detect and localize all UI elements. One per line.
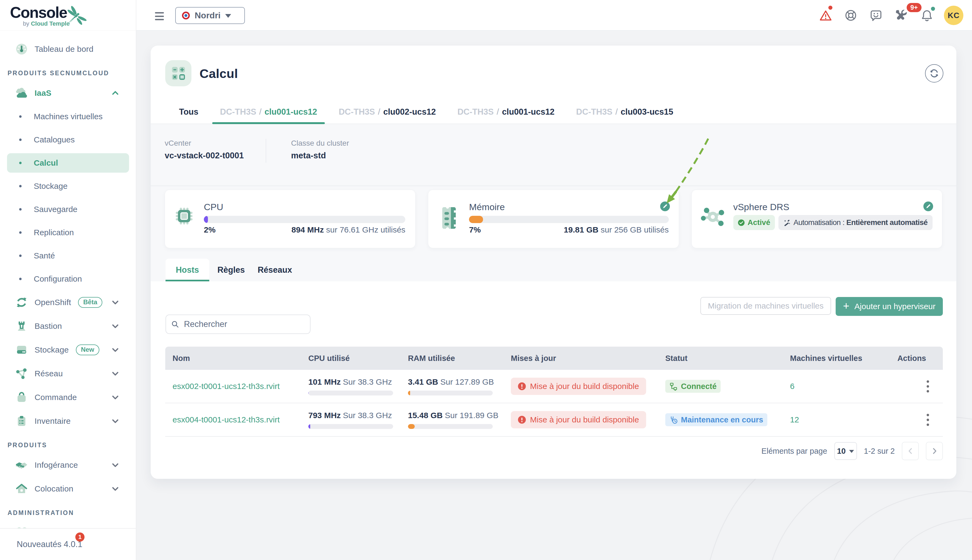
sidebar-section-administration: ADMINISTRATION bbox=[0, 509, 136, 517]
sidebar-item-commande[interactable]: Commande bbox=[0, 385, 136, 409]
sidebar-item-inventaire[interactable]: Inventaire bbox=[0, 409, 136, 433]
sidebar-item-bastion[interactable]: Bastion bbox=[0, 314, 136, 338]
cluster-tabs: Tous DC-TH3S/clu001-ucs12 DC-TH3S/clu002… bbox=[151, 100, 956, 124]
sidebar-subitem-sauvegarde[interactable]: Sauvegarde bbox=[0, 198, 136, 221]
tab-label: clu002-ucs12 bbox=[383, 107, 436, 117]
stats-row: CPU 2% 894 MHz sur 76.61 GHz utilisés bbox=[151, 186, 956, 248]
pencil-icon bbox=[925, 204, 931, 209]
notification-dot-badge bbox=[931, 7, 935, 11]
sidebar-subitem-stockage[interactable]: Stockage bbox=[0, 175, 136, 198]
next-page-button[interactable] bbox=[926, 442, 943, 460]
chevron-down-icon[interactable] bbox=[111, 393, 119, 402]
sidebar-item-reseau[interactable]: Réseau bbox=[0, 362, 136, 385]
chevron-down-icon[interactable] bbox=[111, 298, 119, 307]
sidebar-item-label: OpenShift bbox=[35, 298, 71, 307]
tab-reseaux[interactable]: Réseaux bbox=[253, 259, 297, 282]
edit-drs-button[interactable] bbox=[923, 202, 933, 211]
host-name-link[interactable]: esx004-t0001-ucs12-th3s.rvirt bbox=[165, 415, 301, 424]
sidebar-item-label: Réseau bbox=[35, 369, 63, 378]
search-box[interactable] bbox=[166, 315, 311, 334]
whatsnew-count-badge: 1 bbox=[75, 532, 85, 542]
plus-icon: + bbox=[843, 300, 849, 311]
search-icon bbox=[171, 320, 179, 328]
add-hypervisor-button[interactable]: + Ajouter un hyperviseur bbox=[836, 297, 943, 316]
tab-hosts[interactable]: Hosts bbox=[166, 259, 209, 282]
chevron-down-icon[interactable] bbox=[111, 461, 119, 469]
chevron-down-icon[interactable] bbox=[111, 322, 119, 330]
chevron-right-icon bbox=[931, 448, 938, 455]
drs-status-badge: Activé bbox=[733, 215, 775, 230]
previous-page-button[interactable] bbox=[902, 442, 919, 460]
feedback-button[interactable] bbox=[869, 9, 882, 22]
refresh-button[interactable] bbox=[925, 64, 944, 83]
vm-count[interactable]: 6 bbox=[783, 382, 882, 391]
memory-progressbar bbox=[469, 216, 669, 223]
avatar[interactable]: KC bbox=[944, 6, 964, 25]
tools-button[interactable]: 9+ bbox=[895, 9, 908, 22]
row-actions-kebab[interactable] bbox=[927, 380, 943, 392]
updates-cell: Mise à jour du build disponible bbox=[504, 378, 658, 395]
update-available-pill: Mise à jour du build disponible bbox=[511, 411, 646, 428]
alerts-button[interactable] bbox=[819, 9, 832, 22]
row-actions-kebab[interactable] bbox=[927, 414, 943, 426]
drs-badges: Activé Automatisation : Entièrement auto… bbox=[733, 215, 932, 230]
sidebar-subitem-configuration[interactable]: Configuration bbox=[0, 267, 136, 290]
bell-icon bbox=[920, 9, 934, 22]
select-caret-icon bbox=[849, 450, 854, 453]
sidebar-item-dashboard[interactable]: Tableau de bord bbox=[0, 37, 136, 61]
subitem-label: Configuration bbox=[34, 274, 82, 283]
updates-cell: Mise à jour du build disponible bbox=[504, 411, 658, 428]
chevron-down-icon[interactable] bbox=[111, 370, 119, 378]
subitem-label: Calcul bbox=[34, 158, 58, 168]
chevron-down-icon[interactable] bbox=[111, 485, 119, 493]
sidebar-item-infogerance[interactable]: Infogérance bbox=[0, 453, 136, 477]
sidebar-item-iaas[interactable]: IaaS bbox=[0, 81, 136, 105]
maintenance-icon bbox=[669, 416, 678, 424]
sidebar-subitem-replication[interactable]: Replication bbox=[0, 221, 136, 244]
app-root: Console by Cloud Temple Table bbox=[0, 0, 972, 560]
memory-percent: 7% bbox=[469, 225, 480, 234]
sidebar-subitem-calcul[interactable]: Calcul bbox=[7, 153, 129, 173]
subitem-label: Catalogues bbox=[34, 135, 75, 144]
chevron-down-icon[interactable] bbox=[111, 346, 119, 354]
tab-clu001-ucs12-b[interactable]: DC-TH3S/clu001-ucs12 bbox=[450, 100, 562, 123]
menu-hamburger-button[interactable] bbox=[155, 12, 164, 20]
brand-logo[interactable]: Console by Cloud Temple bbox=[0, 0, 136, 31]
sidebar-item-openshift[interactable]: OpenShift Bêta bbox=[0, 290, 136, 314]
tab-regles[interactable]: Règles bbox=[209, 259, 253, 282]
sidebar-item-label: Tableau de bord bbox=[35, 45, 94, 54]
ram-minibar bbox=[408, 424, 493, 429]
tab-clu001-ucs12[interactable]: DC-TH3S/clu001-ucs12 bbox=[212, 100, 325, 123]
search-input[interactable] bbox=[184, 319, 304, 329]
calcul-card: Calcul Tous DC-TH3S/clu001-ucs12 DC-TH3S… bbox=[151, 46, 956, 479]
per-page-select[interactable]: 10 bbox=[834, 442, 857, 460]
ram-cell: 15.48 GB Sur 191.89 GB bbox=[401, 411, 504, 429]
edit-memory-button[interactable] bbox=[660, 202, 670, 211]
migrate-vms-button[interactable]: Migration de machines virtuelles bbox=[700, 297, 831, 315]
chevron-down-icon[interactable] bbox=[111, 417, 119, 425]
per-page-label: Eléments par page bbox=[761, 447, 827, 456]
sidebar-item-stockage[interactable]: Stockage New bbox=[0, 338, 136, 362]
notifications-button[interactable] bbox=[920, 9, 934, 22]
organization-select[interactable]: Nordri bbox=[175, 7, 245, 24]
dragonfly-logo-icon bbox=[64, 3, 90, 28]
tab-clu002-ucs12[interactable]: DC-TH3S/clu002-ucs12 bbox=[331, 100, 443, 123]
chevron-up-icon[interactable] bbox=[111, 89, 119, 97]
status-badge-maintenance: Maintenance en cours bbox=[665, 413, 767, 426]
vm-count[interactable]: 12 bbox=[783, 415, 882, 424]
host-name-link[interactable]: esx002-t0001-ucs12-th3s.rvirt bbox=[165, 382, 301, 391]
sidebar-item-colocation[interactable]: Colocation bbox=[0, 477, 136, 501]
tab-clu003-ucs15[interactable]: DC-TH3S/clu003-ucs15 bbox=[568, 100, 681, 123]
help-button[interactable] bbox=[844, 9, 857, 22]
sidebar-subitem-sante[interactable]: Santé bbox=[0, 244, 136, 267]
status-cell: Maintenance en cours bbox=[658, 413, 783, 426]
cpu-chip-icon bbox=[174, 206, 194, 226]
whatsnew-button[interactable]: Nouveautés 4.0.1 1 bbox=[0, 528, 136, 560]
column-header-nom: Nom bbox=[165, 354, 301, 363]
tab-tous[interactable]: Tous bbox=[171, 100, 206, 123]
sidebar-item-partial[interactable] bbox=[0, 521, 136, 528]
sidebar-subitem-catalogues[interactable]: Catalogues bbox=[0, 128, 136, 151]
cpu-foot: 2% 894 MHz sur 76.61 GHz utilisés bbox=[204, 225, 405, 234]
alert-dot-badge bbox=[828, 6, 832, 10]
sidebar-subitem-machines-virtuelles[interactable]: Machines virtuelles bbox=[0, 105, 136, 128]
